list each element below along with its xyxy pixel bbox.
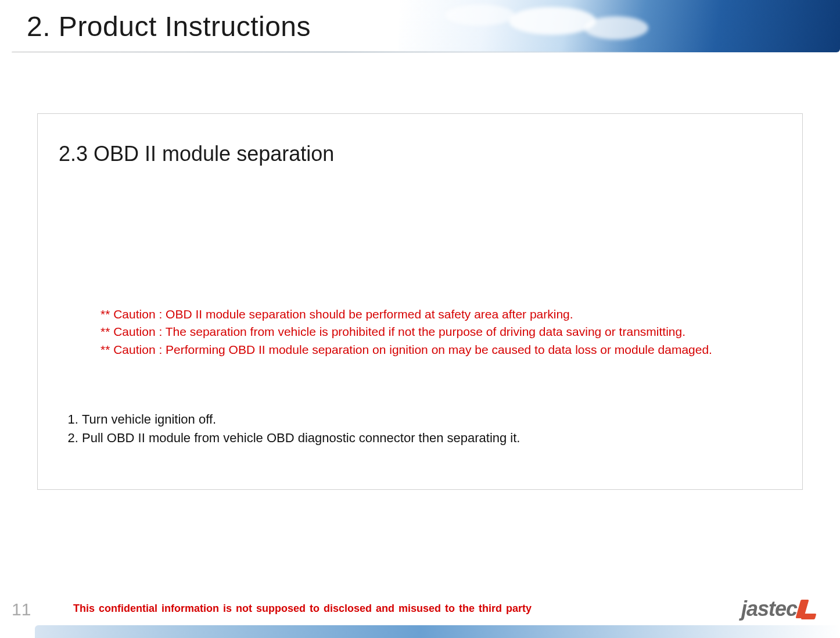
brand-logo: jastec: [741, 596, 816, 622]
header-underline: [12, 51, 828, 53]
steps-block: Turn vehicle ignition off. Pull OBD II m…: [59, 410, 779, 447]
header-band: 2. Product Instructions: [0, 0, 840, 64]
step-item: Pull OBD II module from vehicle OBD diag…: [82, 429, 779, 447]
content-box: 2.3 OBD II module separation ** Caution …: [37, 113, 803, 490]
page-number: 11: [12, 600, 31, 619]
header-cloud-graphic: [399, 0, 840, 52]
page-title: 2. Product Instructions: [27, 10, 311, 42]
brand-logo-icon: [798, 597, 816, 621]
footer-band: [35, 625, 840, 638]
brand-logo-text: jastec: [741, 597, 797, 621]
cloud-decoration: [584, 16, 648, 40]
caution-block: ** Caution : OBD II module separation sh…: [100, 306, 779, 359]
caution-line: ** Caution : Performing OBD II module se…: [100, 341, 779, 359]
section-heading: 2.3 OBD II module separation: [59, 142, 334, 166]
footer-confidential-note: This confidential information is not sup…: [73, 603, 532, 615]
cloud-decoration: [445, 5, 515, 26]
caution-line: ** Caution : OBD II module separation sh…: [100, 306, 779, 323]
cloud-decoration: [509, 7, 596, 35]
step-item: Turn vehicle ignition off.: [82, 410, 779, 429]
caution-line: ** Caution : The separation from vehicle…: [100, 323, 779, 340]
